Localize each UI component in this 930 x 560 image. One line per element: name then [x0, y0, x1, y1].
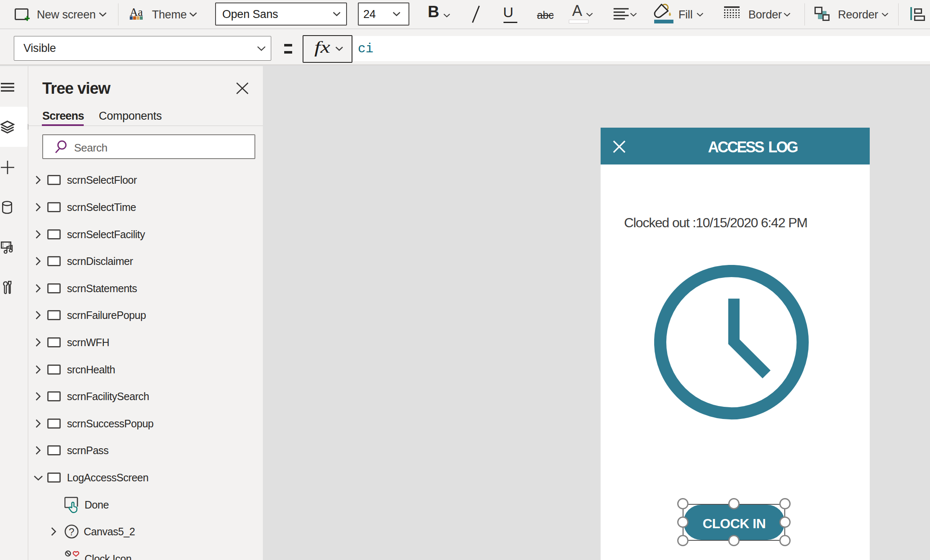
svg-text:?: ? [69, 526, 74, 537]
